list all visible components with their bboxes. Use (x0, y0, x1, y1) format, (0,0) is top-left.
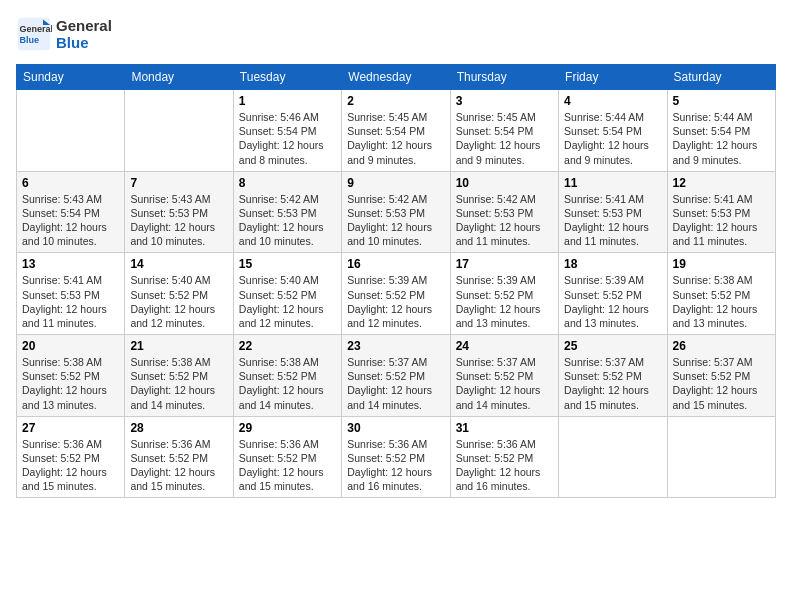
day-detail: Sunrise: 5:36 AM Sunset: 5:52 PM Dayligh… (239, 438, 324, 493)
calendar-cell: 14 Sunrise: 5:40 AM Sunset: 5:52 PM Dayl… (125, 253, 233, 335)
calendar-cell: 15 Sunrise: 5:40 AM Sunset: 5:52 PM Dayl… (233, 253, 341, 335)
svg-text:Blue: Blue (20, 35, 40, 45)
day-number: 8 (239, 176, 336, 190)
day-detail: Sunrise: 5:42 AM Sunset: 5:53 PM Dayligh… (347, 193, 432, 248)
day-number: 31 (456, 421, 553, 435)
calendar-cell: 10 Sunrise: 5:42 AM Sunset: 5:53 PM Dayl… (450, 171, 558, 253)
calendar-cell: 2 Sunrise: 5:45 AM Sunset: 5:54 PM Dayli… (342, 90, 450, 172)
calendar-cell: 5 Sunrise: 5:44 AM Sunset: 5:54 PM Dayli… (667, 90, 775, 172)
calendar-cell: 3 Sunrise: 5:45 AM Sunset: 5:54 PM Dayli… (450, 90, 558, 172)
calendar-cell: 7 Sunrise: 5:43 AM Sunset: 5:53 PM Dayli… (125, 171, 233, 253)
calendar-table: SundayMondayTuesdayWednesdayThursdayFrid… (16, 64, 776, 498)
svg-text:General: General (20, 24, 52, 34)
day-number: 7 (130, 176, 227, 190)
day-detail: Sunrise: 5:36 AM Sunset: 5:52 PM Dayligh… (22, 438, 107, 493)
day-detail: Sunrise: 5:37 AM Sunset: 5:52 PM Dayligh… (456, 356, 541, 411)
page-header: General Blue General Blue (16, 16, 776, 52)
calendar-cell: 6 Sunrise: 5:43 AM Sunset: 5:54 PM Dayli… (17, 171, 125, 253)
calendar-cell: 30 Sunrise: 5:36 AM Sunset: 5:52 PM Dayl… (342, 416, 450, 498)
day-number: 28 (130, 421, 227, 435)
calendar-cell: 28 Sunrise: 5:36 AM Sunset: 5:52 PM Dayl… (125, 416, 233, 498)
day-detail: Sunrise: 5:45 AM Sunset: 5:54 PM Dayligh… (456, 111, 541, 166)
day-detail: Sunrise: 5:39 AM Sunset: 5:52 PM Dayligh… (564, 274, 649, 329)
day-number: 19 (673, 257, 770, 271)
day-number: 14 (130, 257, 227, 271)
day-detail: Sunrise: 5:46 AM Sunset: 5:54 PM Dayligh… (239, 111, 324, 166)
calendar-cell: 26 Sunrise: 5:37 AM Sunset: 5:52 PM Dayl… (667, 335, 775, 417)
day-of-week-header: Friday (559, 65, 667, 90)
calendar-cell: 13 Sunrise: 5:41 AM Sunset: 5:53 PM Dayl… (17, 253, 125, 335)
day-detail: Sunrise: 5:36 AM Sunset: 5:52 PM Dayligh… (347, 438, 432, 493)
day-detail: Sunrise: 5:41 AM Sunset: 5:53 PM Dayligh… (22, 274, 107, 329)
day-number: 13 (22, 257, 119, 271)
day-of-week-header: Tuesday (233, 65, 341, 90)
day-of-week-header: Thursday (450, 65, 558, 90)
day-number: 9 (347, 176, 444, 190)
day-detail: Sunrise: 5:44 AM Sunset: 5:54 PM Dayligh… (673, 111, 758, 166)
calendar-cell: 21 Sunrise: 5:38 AM Sunset: 5:52 PM Dayl… (125, 335, 233, 417)
day-number: 18 (564, 257, 661, 271)
calendar-cell: 4 Sunrise: 5:44 AM Sunset: 5:54 PM Dayli… (559, 90, 667, 172)
calendar-cell: 19 Sunrise: 5:38 AM Sunset: 5:52 PM Dayl… (667, 253, 775, 335)
calendar-week-row: 6 Sunrise: 5:43 AM Sunset: 5:54 PM Dayli… (17, 171, 776, 253)
day-detail: Sunrise: 5:40 AM Sunset: 5:52 PM Dayligh… (239, 274, 324, 329)
day-number: 30 (347, 421, 444, 435)
calendar-week-row: 27 Sunrise: 5:36 AM Sunset: 5:52 PM Dayl… (17, 416, 776, 498)
calendar-header-row: SundayMondayTuesdayWednesdayThursdayFrid… (17, 65, 776, 90)
calendar-cell: 18 Sunrise: 5:39 AM Sunset: 5:52 PM Dayl… (559, 253, 667, 335)
day-number: 16 (347, 257, 444, 271)
day-detail: Sunrise: 5:38 AM Sunset: 5:52 PM Dayligh… (673, 274, 758, 329)
calendar-cell: 25 Sunrise: 5:37 AM Sunset: 5:52 PM Dayl… (559, 335, 667, 417)
day-number: 12 (673, 176, 770, 190)
calendar-cell: 1 Sunrise: 5:46 AM Sunset: 5:54 PM Dayli… (233, 90, 341, 172)
calendar-cell: 27 Sunrise: 5:36 AM Sunset: 5:52 PM Dayl… (17, 416, 125, 498)
day-detail: Sunrise: 5:37 AM Sunset: 5:52 PM Dayligh… (673, 356, 758, 411)
calendar-cell: 17 Sunrise: 5:39 AM Sunset: 5:52 PM Dayl… (450, 253, 558, 335)
day-of-week-header: Monday (125, 65, 233, 90)
day-detail: Sunrise: 5:38 AM Sunset: 5:52 PM Dayligh… (239, 356, 324, 411)
calendar-cell: 23 Sunrise: 5:37 AM Sunset: 5:52 PM Dayl… (342, 335, 450, 417)
day-detail: Sunrise: 5:37 AM Sunset: 5:52 PM Dayligh… (564, 356, 649, 411)
day-number: 24 (456, 339, 553, 353)
day-number: 1 (239, 94, 336, 108)
calendar-cell: 9 Sunrise: 5:42 AM Sunset: 5:53 PM Dayli… (342, 171, 450, 253)
day-detail: Sunrise: 5:43 AM Sunset: 5:54 PM Dayligh… (22, 193, 107, 248)
calendar-cell: 24 Sunrise: 5:37 AM Sunset: 5:52 PM Dayl… (450, 335, 558, 417)
day-detail: Sunrise: 5:42 AM Sunset: 5:53 PM Dayligh… (456, 193, 541, 248)
logo-svg: General Blue (16, 16, 52, 52)
calendar-cell: 16 Sunrise: 5:39 AM Sunset: 5:52 PM Dayl… (342, 253, 450, 335)
calendar-cell: 20 Sunrise: 5:38 AM Sunset: 5:52 PM Dayl… (17, 335, 125, 417)
calendar-cell (667, 416, 775, 498)
day-number: 25 (564, 339, 661, 353)
day-of-week-header: Saturday (667, 65, 775, 90)
day-number: 3 (456, 94, 553, 108)
calendar-cell: 8 Sunrise: 5:42 AM Sunset: 5:53 PM Dayli… (233, 171, 341, 253)
day-number: 11 (564, 176, 661, 190)
day-number: 5 (673, 94, 770, 108)
logo: General Blue General Blue (16, 16, 112, 52)
logo-blue-text: Blue (56, 34, 112, 51)
day-detail: Sunrise: 5:38 AM Sunset: 5:52 PM Dayligh… (22, 356, 107, 411)
day-detail: Sunrise: 5:42 AM Sunset: 5:53 PM Dayligh… (239, 193, 324, 248)
calendar-cell: 12 Sunrise: 5:41 AM Sunset: 5:53 PM Dayl… (667, 171, 775, 253)
day-detail: Sunrise: 5:36 AM Sunset: 5:52 PM Dayligh… (456, 438, 541, 493)
calendar-cell: 31 Sunrise: 5:36 AM Sunset: 5:52 PM Dayl… (450, 416, 558, 498)
day-number: 15 (239, 257, 336, 271)
calendar-cell: 11 Sunrise: 5:41 AM Sunset: 5:53 PM Dayl… (559, 171, 667, 253)
calendar-week-row: 1 Sunrise: 5:46 AM Sunset: 5:54 PM Dayli… (17, 90, 776, 172)
logo-general-text: General (56, 17, 112, 34)
day-detail: Sunrise: 5:40 AM Sunset: 5:52 PM Dayligh… (130, 274, 215, 329)
day-detail: Sunrise: 5:43 AM Sunset: 5:53 PM Dayligh… (130, 193, 215, 248)
calendar-cell (17, 90, 125, 172)
day-detail: Sunrise: 5:41 AM Sunset: 5:53 PM Dayligh… (564, 193, 649, 248)
calendar-cell: 22 Sunrise: 5:38 AM Sunset: 5:52 PM Dayl… (233, 335, 341, 417)
day-number: 21 (130, 339, 227, 353)
day-detail: Sunrise: 5:41 AM Sunset: 5:53 PM Dayligh… (673, 193, 758, 248)
day-number: 20 (22, 339, 119, 353)
day-number: 2 (347, 94, 444, 108)
day-number: 26 (673, 339, 770, 353)
day-number: 27 (22, 421, 119, 435)
day-detail: Sunrise: 5:39 AM Sunset: 5:52 PM Dayligh… (347, 274, 432, 329)
day-number: 17 (456, 257, 553, 271)
day-detail: Sunrise: 5:36 AM Sunset: 5:52 PM Dayligh… (130, 438, 215, 493)
